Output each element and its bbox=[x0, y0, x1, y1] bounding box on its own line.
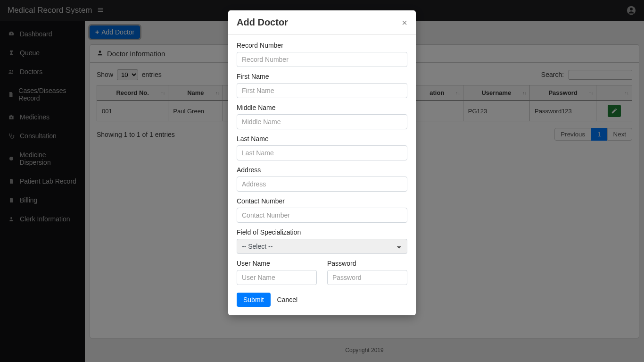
modal-close-button[interactable]: × bbox=[402, 18, 407, 27]
submit-button[interactable]: Submit bbox=[237, 293, 271, 307]
middle-name-label: Middle Name bbox=[237, 104, 407, 111]
last-name-input[interactable] bbox=[237, 145, 407, 160]
first-name-label: First Name bbox=[237, 73, 407, 80]
record-number-label: Record Number bbox=[237, 42, 407, 49]
contact-input[interactable] bbox=[237, 208, 407, 223]
specialization-label: Field of Specialization bbox=[237, 228, 407, 236]
contact-label: Contact Number bbox=[237, 197, 407, 205]
add-doctor-modal: Add Doctor × Record Number First Name Mi… bbox=[228, 10, 416, 315]
last-name-label: Last Name bbox=[237, 135, 407, 143]
password-input[interactable] bbox=[327, 270, 407, 285]
cancel-button[interactable]: Cancel bbox=[277, 296, 298, 303]
middle-name-input[interactable] bbox=[237, 114, 407, 129]
username-label: User Name bbox=[237, 260, 317, 267]
first-name-input[interactable] bbox=[237, 83, 407, 98]
close-icon: × bbox=[402, 17, 407, 28]
password-label: Password bbox=[327, 260, 407, 267]
modal-title: Add Doctor bbox=[237, 17, 288, 28]
record-number-input[interactable] bbox=[237, 52, 407, 67]
address-label: Address bbox=[237, 166, 407, 174]
address-input[interactable] bbox=[237, 177, 407, 192]
specialization-select[interactable]: -- Select -- bbox=[237, 239, 407, 254]
username-input[interactable] bbox=[237, 270, 317, 285]
